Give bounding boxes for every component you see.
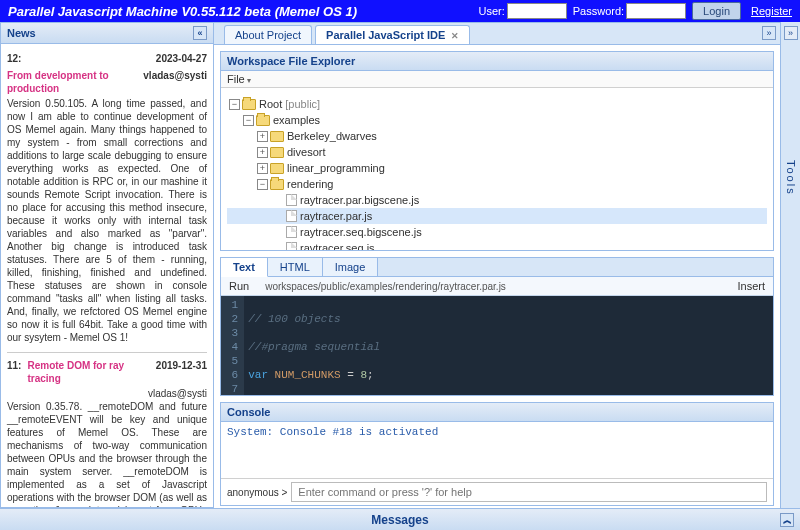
collapse-left-icon[interactable]: « xyxy=(193,26,207,40)
console-panel: Console System: Console #18 is activated… xyxy=(220,402,774,506)
editor-tabs: Text HTML Image xyxy=(221,258,773,277)
tab-ide[interactable]: Parallel JavaScript IDE✕ xyxy=(315,25,470,44)
collapse-icon[interactable]: − xyxy=(257,179,268,190)
news-body: 12: 2023-04-27 From development to produ… xyxy=(1,44,213,507)
insert-mode: Insert xyxy=(737,280,765,292)
close-icon[interactable]: ✕ xyxy=(451,31,459,41)
folder-icon xyxy=(270,131,284,142)
news-panel: News « 12: 2023-04-27 From development t… xyxy=(0,22,214,508)
file-icon xyxy=(286,210,297,222)
news-author: vladas@systi xyxy=(7,387,207,400)
tab-text[interactable]: Text xyxy=(221,258,268,277)
folder-icon xyxy=(242,99,256,110)
tree-folder[interactable]: +divesort xyxy=(227,144,767,160)
tab-about[interactable]: About Project xyxy=(224,25,312,44)
tree-folder[interactable]: +Berkeley_dwarves xyxy=(227,128,767,144)
tools-label: Tools xyxy=(785,160,797,196)
code-editor[interactable]: 1234567891011 // 100 objects //#pragma s… xyxy=(221,296,773,395)
folder-icon xyxy=(256,115,270,126)
user-input[interactable] xyxy=(507,3,567,19)
expand-icon[interactable]: + xyxy=(257,147,268,158)
tab-html[interactable]: HTML xyxy=(268,258,323,276)
news-num: 12: xyxy=(7,52,21,65)
news-num: 11: xyxy=(7,359,21,385)
collapse-right-icon[interactable]: » xyxy=(762,26,776,40)
run-button[interactable]: Run xyxy=(229,280,249,292)
workspace-file-explorer: Workspace File Explorer File −Root [publ… xyxy=(220,51,774,251)
folder-icon xyxy=(270,179,284,190)
file-path: workspaces/public/examples/rendering/ray… xyxy=(265,281,727,292)
console-prompt: anonymous > xyxy=(227,487,287,498)
file-menu[interactable]: File xyxy=(221,71,773,88)
messages-bar[interactable]: Messages ︽ xyxy=(0,508,800,530)
file-tree: −Root [public] −examples +Berkeley_dwarv… xyxy=(227,92,767,250)
news-author: vladas@systi xyxy=(143,69,207,95)
tree-file[interactable]: raytracer.par.bigscene.js xyxy=(227,192,767,208)
topbar: Parallel Javascript Machine V0.55.112 be… xyxy=(0,0,800,22)
register-link[interactable]: Register xyxy=(751,5,792,17)
expand-tools-icon[interactable]: » xyxy=(784,26,798,40)
tree-root[interactable]: −Root [public] xyxy=(227,96,767,112)
app-title: Parallel Javascript Machine V0.55.112 be… xyxy=(8,4,357,19)
editor: Text HTML Image Run workspaces/public/ex… xyxy=(220,257,774,396)
collapse-icon[interactable]: − xyxy=(243,115,254,126)
login-button[interactable]: Login xyxy=(692,2,741,20)
tree-file[interactable]: raytracer.seq.js xyxy=(227,240,767,250)
password-input[interactable] xyxy=(626,3,686,19)
news-text: Version 0.35.78. __remoteDOM and future … xyxy=(7,400,207,507)
news-title: News xyxy=(7,27,36,39)
password-label: Password: xyxy=(573,5,624,17)
center-area: About Project Parallel JavaScript IDE✕ »… xyxy=(214,22,780,508)
news-text: Version 0.50.105. A long time passed, an… xyxy=(7,97,207,344)
file-icon xyxy=(286,194,297,206)
folder-icon xyxy=(270,147,284,158)
gutter: 1234567891011 xyxy=(221,296,244,395)
tab-image[interactable]: Image xyxy=(323,258,379,276)
news-date: 2019-12-31 xyxy=(156,359,207,385)
console-output: System: Console #18 is activated xyxy=(221,422,773,478)
tree-file-selected[interactable]: raytracer.par.js xyxy=(227,208,767,224)
main-tabstrip: About Project Parallel JavaScript IDE✕ » xyxy=(214,23,780,45)
console-title: Console xyxy=(227,406,270,418)
tree-folder[interactable]: +linear_programming xyxy=(227,160,767,176)
messages-label: Messages xyxy=(371,513,428,527)
wfe-title: Workspace File Explorer xyxy=(227,55,355,67)
news-item-title: Remote DOM for ray tracing xyxy=(27,359,155,385)
folder-icon xyxy=(270,163,284,174)
tree-folder-examples[interactable]: −examples xyxy=(227,112,767,128)
editor-toolbar: Run workspaces/public/examples/rendering… xyxy=(221,277,773,296)
tree-folder-rendering[interactable]: −rendering xyxy=(227,176,767,192)
console-input[interactable] xyxy=(291,482,767,502)
collapse-icon[interactable]: − xyxy=(229,99,240,110)
expand-messages-icon[interactable]: ︽ xyxy=(780,513,794,527)
tree-file[interactable]: raytracer.seq.bigscene.js xyxy=(227,224,767,240)
user-label: User: xyxy=(478,5,504,17)
expand-icon[interactable]: + xyxy=(257,131,268,142)
tools-panel-collapsed[interactable]: » Tools xyxy=(780,22,800,508)
code-lines[interactable]: // 100 objects //#pragma sequential var … xyxy=(244,296,635,395)
news-item-title: From development to production xyxy=(7,69,143,95)
file-icon xyxy=(286,226,297,238)
file-icon xyxy=(286,242,297,250)
news-date: 2023-04-27 xyxy=(156,52,207,65)
expand-icon[interactable]: + xyxy=(257,163,268,174)
